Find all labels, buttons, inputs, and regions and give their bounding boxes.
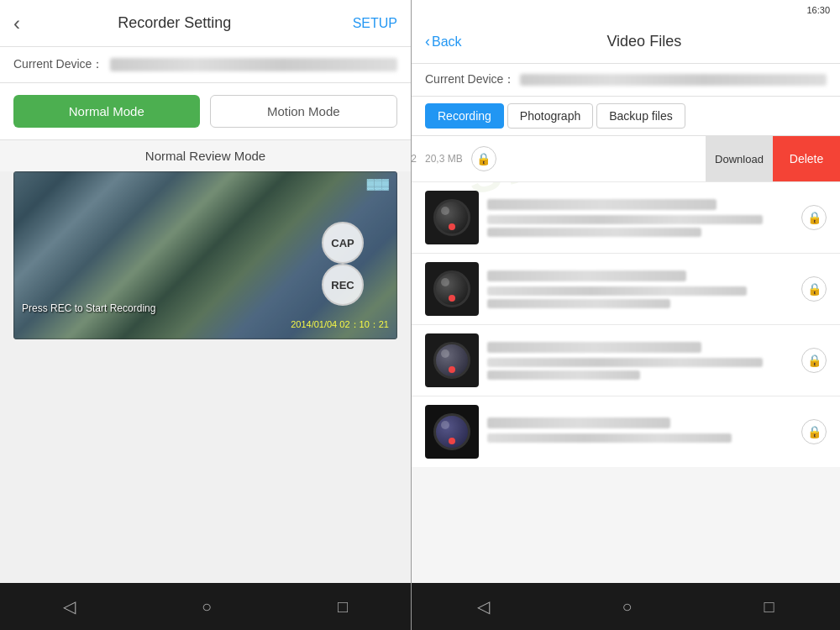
- nav-home-icon-left[interactable]: ○: [202, 597, 212, 617]
- file-list: SPYRONICS .MOV 02:09:22 20,3 MB 🔒 Downlo…: [412, 136, 840, 583]
- current-device-row-left: Current Device：: [0, 47, 411, 83]
- lens-dot-4: [449, 366, 455, 373]
- video-files-title: Video Files: [462, 33, 827, 50]
- file-meta-blur-2b: [487, 228, 701, 237]
- file-meta-blur-5a: [487, 433, 732, 443]
- file-name-blur-5: [487, 417, 670, 428]
- recorder-setting-title: Recorder Setting: [30, 14, 319, 32]
- device-value-left: [110, 58, 397, 71]
- nav-menu-icon-left[interactable]: □: [338, 597, 348, 617]
- file-meta-blur-3b: [487, 299, 670, 308]
- lock-icon-4[interactable]: 🔒: [801, 348, 827, 373]
- file-details-3: [487, 270, 793, 308]
- rec-button[interactable]: REC: [322, 264, 364, 306]
- status-bar: 16:30: [412, 0, 840, 20]
- right-phone: 16:30 ‹ Back Video Files Current Device：…: [412, 0, 840, 630]
- nav-back-icon-left[interactable]: ◁: [63, 596, 76, 617]
- video-overlay: ▓▓▓ CAP REC Press REC to Start Recording…: [13, 171, 397, 339]
- file-meta-blur-2a: [487, 215, 763, 224]
- thumbnail-5: [425, 405, 479, 459]
- thumbnail-4: [425, 333, 479, 387]
- file-item-first[interactable]: .MOV 02:09:22 20,3 MB 🔒 Download Delete: [412, 136, 840, 182]
- download-action[interactable]: Download: [706, 136, 773, 181]
- nav-back-icon-right[interactable]: ◁: [477, 596, 490, 617]
- tab-recording[interactable]: Recording: [425, 103, 504, 129]
- lens-icon-3: [433, 270, 470, 307]
- review-mode-label: Normal Review Mode: [0, 140, 411, 171]
- back-button-left[interactable]: ‹: [13, 12, 20, 35]
- device-label-left: Current Device：: [13, 57, 103, 72]
- normal-mode-button[interactable]: Normal Mode: [13, 95, 200, 128]
- file-item-5[interactable]: 🔒: [412, 396, 840, 467]
- file-name-blur-2: [487, 199, 717, 210]
- tab-bar: Recording Photograph Backup files: [412, 97, 840, 136]
- device-value-right: [520, 74, 827, 86]
- nav-menu-icon-right[interactable]: □: [764, 597, 774, 617]
- back-chevron-icon: ‹: [425, 33, 430, 50]
- battery-icon: ▓▓▓: [367, 178, 389, 190]
- file-time-size: 02:09:22 20,3 MB: [412, 153, 463, 165]
- back-label: Back: [432, 34, 462, 50]
- setup-button[interactable]: SETUP: [353, 16, 397, 31]
- file-name-blur-4: [487, 342, 701, 353]
- cap-button[interactable]: CAP: [322, 222, 364, 264]
- left-header: ‹ Recorder Setting SETUP: [0, 0, 411, 47]
- nav-home-icon-right[interactable]: ○: [622, 597, 632, 617]
- nav-bar-right: ◁ ○ □: [412, 583, 840, 630]
- device-label-right: Current Device：: [425, 72, 515, 87]
- back-button-right[interactable]: ‹ Back: [425, 33, 462, 50]
- lens-dot-3: [449, 295, 455, 302]
- file-details-2: [487, 199, 793, 237]
- file-swipe-content: .MOV 02:09:22 20,3 MB 🔒: [412, 146, 743, 171]
- lock-icon-5[interactable]: 🔒: [801, 419, 827, 444]
- thumbnail-2: [425, 191, 479, 244]
- video-timestamp: 2014/01/04 02：10：21: [291, 318, 389, 331]
- file-details-5: [487, 417, 793, 446]
- file-meta-blur-4b: [487, 370, 640, 380]
- file-item-3[interactable]: 🔒: [412, 254, 840, 325]
- tab-photograph[interactable]: Photograph: [507, 103, 593, 129]
- lens-icon-5: [433, 413, 470, 450]
- mode-buttons-section: Normal Mode Motion Mode: [0, 83, 411, 140]
- file-item-4[interactable]: 🔒: [412, 325, 840, 396]
- lens-icon-4: [433, 342, 470, 379]
- left-phone: ‹ Recorder Setting SETUP Current Device：…: [0, 0, 412, 630]
- right-header: ‹ Back Video Files: [412, 20, 840, 64]
- file-meta-blur-4a: [487, 358, 763, 367]
- press-rec-text: Press REC to Start Recording: [22, 302, 155, 314]
- nav-bar-left: ◁ ○ □: [0, 583, 411, 630]
- video-preview: ▓▓▓ CAP REC Press REC to Start Recording…: [13, 171, 397, 339]
- status-time: 16:30: [806, 5, 830, 15]
- file-name-blur-3: [487, 270, 686, 281]
- lock-icon-2[interactable]: 🔒: [801, 205, 827, 230]
- thumbnail-3: [425, 262, 479, 316]
- lock-icon-3[interactable]: 🔒: [801, 276, 827, 302]
- lens-dot-5: [449, 438, 455, 444]
- lens-dot-2: [449, 223, 455, 230]
- lock-icon-first[interactable]: 🔒: [471, 146, 496, 171]
- tab-backup-files[interactable]: Backup files: [596, 103, 685, 129]
- file-meta-blur-3a: [487, 286, 747, 296]
- delete-action[interactable]: Delete: [773, 136, 840, 181]
- current-device-row-right: Current Device：: [412, 64, 840, 97]
- motion-mode-button[interactable]: Motion Mode: [210, 95, 398, 128]
- file-item-2[interactable]: 🔒: [412, 182, 840, 254]
- lens-icon-2: [433, 199, 470, 236]
- file-details-4: [487, 342, 793, 380]
